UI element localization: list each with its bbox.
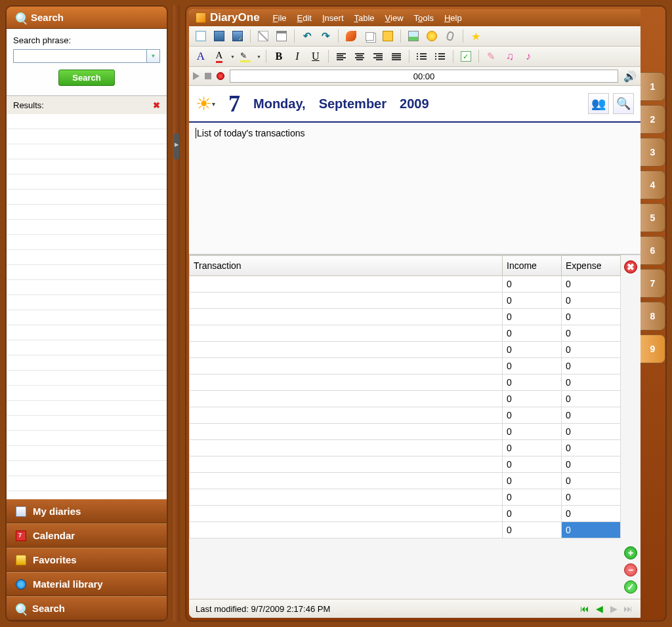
cell-transaction[interactable] xyxy=(190,391,503,407)
search-dropdown-button[interactable]: ▼ xyxy=(147,49,160,63)
col-expense[interactable]: Expense xyxy=(562,256,621,276)
checkbox-button[interactable]: ✓ xyxy=(458,49,474,64)
favorite-button[interactable]: ★ xyxy=(468,28,484,44)
tab-4[interactable]: 4 xyxy=(640,171,665,199)
music-button[interactable]: ♫ xyxy=(502,49,518,64)
cell-income[interactable]: 0 xyxy=(503,424,562,440)
search-input[interactable] xyxy=(13,49,147,63)
sidebar-item-mydiaries[interactable]: My diaries xyxy=(7,499,167,523)
menu-edit[interactable]: Edit xyxy=(297,13,312,23)
people-button[interactable]: 👥 xyxy=(588,93,609,114)
cell-transaction[interactable] xyxy=(190,522,503,538)
sidebar-item-favorites[interactable]: Favorites xyxy=(7,548,167,572)
cell-expense[interactable]: 0 xyxy=(562,473,621,489)
weather-button[interactable]: ☀▾ xyxy=(196,93,215,115)
cell-transaction[interactable] xyxy=(190,325,503,342)
cell-expense[interactable]: 0 xyxy=(562,293,621,309)
cell-expense[interactable]: 0 xyxy=(562,506,621,522)
bold-button[interactable]: B xyxy=(271,49,287,64)
cell-expense[interactable]: 0 xyxy=(562,440,621,456)
table-row[interactable]: 00 xyxy=(190,506,621,522)
edit-button[interactable]: ✎ xyxy=(484,49,499,64)
cell-transaction[interactable] xyxy=(190,489,503,506)
table-row[interactable]: 00 xyxy=(190,293,621,309)
tab-1[interactable]: 1 xyxy=(640,72,665,101)
menu-file[interactable]: File xyxy=(273,13,287,23)
sidebar-item-search[interactable]: Search xyxy=(7,596,167,620)
col-transaction[interactable]: Transaction xyxy=(190,256,503,276)
table-row[interactable]: 00 xyxy=(190,358,621,374)
tab-9[interactable]: 9 xyxy=(640,334,665,363)
editor[interactable]: List of today's transactions xyxy=(189,123,640,254)
menu-insert[interactable]: Insert xyxy=(322,13,344,23)
menu-help[interactable]: Help xyxy=(444,13,462,23)
cell-income[interactable]: 0 xyxy=(503,506,562,522)
cell-income[interactable]: 0 xyxy=(503,522,562,538)
cell-transaction[interactable] xyxy=(190,374,503,391)
cell-transaction[interactable] xyxy=(190,342,503,358)
saveas-button[interactable] xyxy=(230,28,245,44)
bullet-list-button[interactable] xyxy=(414,49,430,64)
tab-5[interactable]: 5 xyxy=(640,203,665,232)
cell-income[interactable]: 0 xyxy=(503,276,562,293)
menu-table[interactable]: Table xyxy=(354,13,375,23)
emoji-button[interactable] xyxy=(424,28,440,44)
attach-button[interactable] xyxy=(442,28,458,44)
cell-income[interactable]: 0 xyxy=(503,309,562,325)
table-row[interactable]: 00 xyxy=(190,473,621,489)
image-button[interactable] xyxy=(406,28,421,44)
tab-8[interactable]: 8 xyxy=(640,302,665,331)
clear-results-button[interactable]: ✖ xyxy=(153,100,160,110)
paste-button[interactable] xyxy=(380,28,396,44)
table-row[interactable]: 00 xyxy=(190,309,621,325)
cell-transaction[interactable] xyxy=(190,440,503,456)
table-row[interactable]: 00 xyxy=(190,489,621,506)
table-row[interactable]: 00 xyxy=(190,276,621,293)
remove-row-button[interactable]: − xyxy=(624,563,637,576)
sidebar-item-material[interactable]: Material library xyxy=(7,572,167,596)
cell-expense[interactable]: 0 xyxy=(562,325,621,342)
cell-income[interactable]: 0 xyxy=(503,489,562,506)
cell-transaction[interactable] xyxy=(190,276,503,293)
last-button[interactable]: ⏭ xyxy=(622,603,634,615)
cut-button[interactable] xyxy=(343,28,359,44)
cell-transaction[interactable] xyxy=(190,506,503,522)
chevron-down-icon[interactable]: ▼ xyxy=(257,54,261,59)
tab-3[interactable]: 3 xyxy=(640,138,665,167)
cell-income[interactable]: 0 xyxy=(503,456,562,473)
play-button[interactable] xyxy=(193,72,200,80)
table-row[interactable]: 00 xyxy=(190,522,621,538)
cell-income[interactable]: 0 xyxy=(503,407,562,424)
cell-transaction[interactable] xyxy=(190,293,503,309)
highlight-button[interactable] xyxy=(238,49,253,64)
delete-button[interactable]: ✖ xyxy=(624,260,637,273)
add-row-button[interactable]: + xyxy=(624,546,637,559)
cell-transaction[interactable] xyxy=(190,473,503,489)
table-row[interactable]: 00 xyxy=(190,325,621,342)
search-button[interactable]: Search xyxy=(58,70,114,86)
confirm-button[interactable]: ✓ xyxy=(624,580,637,594)
save-button[interactable] xyxy=(211,28,227,44)
cell-expense[interactable]: 0 xyxy=(562,309,621,325)
cell-income[interactable]: 0 xyxy=(503,440,562,456)
cell-transaction[interactable] xyxy=(190,309,503,325)
font-color-button[interactable]: A xyxy=(211,49,227,64)
cell-expense[interactable]: 0 xyxy=(562,407,621,424)
cell-expense[interactable]: 0 xyxy=(562,489,621,506)
cell-transaction[interactable] xyxy=(190,358,503,374)
print-button[interactable] xyxy=(274,28,289,44)
prev-button[interactable]: ◀ xyxy=(593,603,605,615)
record-button[interactable] xyxy=(217,72,224,80)
italic-button[interactable]: I xyxy=(289,49,305,64)
undo-button[interactable]: ↶ xyxy=(299,28,315,44)
number-list-button[interactable] xyxy=(432,49,448,64)
chevron-down-icon[interactable]: ▼ xyxy=(230,54,235,59)
cell-expense[interactable]: 0 xyxy=(562,522,621,538)
transaction-table[interactable]: Transaction Income Expense 0000000000000… xyxy=(189,255,621,538)
speaker-icon[interactable]: 🔊 xyxy=(623,70,637,83)
cell-income[interactable]: 0 xyxy=(503,374,562,391)
table-row[interactable]: 00 xyxy=(190,440,621,456)
col-income[interactable]: Income xyxy=(503,256,562,276)
underline-button[interactable]: U xyxy=(308,49,324,64)
tab-2[interactable]: 2 xyxy=(640,105,665,134)
